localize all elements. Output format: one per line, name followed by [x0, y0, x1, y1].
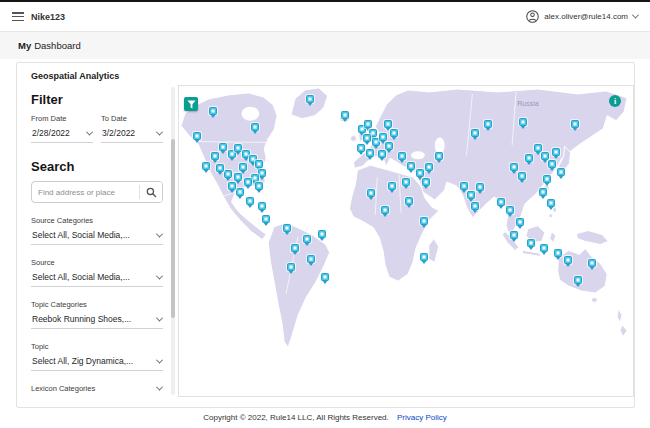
map-pin[interactable]: [420, 217, 428, 225]
map-pin[interactable]: [364, 120, 372, 128]
map-pin[interactable]: [384, 120, 392, 128]
from-date-select[interactable]: 2/28/2022: [31, 126, 93, 143]
map-pin[interactable]: [425, 163, 433, 171]
map-pin[interactable]: [516, 218, 524, 226]
map-pin[interactable]: [518, 172, 526, 180]
dropdown-select[interactable]: Reebok Running Shoes,...: [31, 312, 163, 329]
map-pin[interactable]: [588, 259, 596, 267]
map-pin[interactable]: [527, 239, 535, 247]
map-pin[interactable]: [506, 206, 514, 214]
map-pin[interactable]: [236, 188, 244, 196]
map-pin[interactable]: [258, 202, 266, 210]
map-pin[interactable]: [519, 118, 527, 126]
map-pin[interactable]: [398, 152, 406, 160]
map-pin[interactable]: [321, 273, 329, 281]
map-pin[interactable]: [467, 191, 475, 199]
map-pin[interactable]: [554, 249, 562, 257]
map-pin[interactable]: [541, 152, 549, 160]
map-pin[interactable]: [219, 143, 227, 151]
map-pin[interactable]: [564, 256, 572, 264]
map-pin[interactable]: [379, 133, 387, 141]
map-pin[interactable]: [209, 107, 217, 115]
map-pin[interactable]: [239, 163, 247, 171]
map-pin[interactable]: [543, 175, 551, 183]
map-pin[interactable]: [318, 230, 326, 238]
map-filter-button[interactable]: [184, 97, 198, 111]
map-pin[interactable]: [234, 173, 242, 181]
map-pin[interactable]: [255, 182, 263, 190]
map-pin[interactable]: [435, 152, 443, 160]
card-title: Geospatial Analytics: [17, 63, 634, 81]
hamburger-menu-icon[interactable]: [12, 12, 24, 21]
brand-name[interactable]: Nike123: [31, 12, 65, 22]
map-pin[interactable]: [571, 120, 579, 128]
map-pin[interactable]: [246, 197, 254, 205]
map-pin[interactable]: [363, 134, 371, 142]
map-pin[interactable]: [484, 120, 492, 128]
scrollbar-thumb[interactable]: [171, 139, 175, 318]
map-pin[interactable]: [193, 132, 201, 140]
map-pin[interactable]: [547, 199, 555, 207]
map-pin[interactable]: [539, 188, 547, 196]
map-pin[interactable]: [390, 129, 398, 137]
map-pin[interactable]: [548, 160, 556, 168]
map-pin[interactable]: [405, 197, 413, 205]
map-pin[interactable]: [510, 163, 518, 171]
user-menu[interactable]: alex.oliver@rule14.com: [526, 10, 638, 23]
map-pin[interactable]: [388, 182, 396, 190]
map-pin[interactable]: [202, 162, 210, 170]
map-pin[interactable]: [251, 123, 259, 131]
dropdown-label: Source Categories: [31, 216, 163, 225]
map-pin[interactable]: [540, 244, 548, 252]
map-pin[interactable]: [385, 142, 393, 150]
search-input[interactable]: [32, 188, 139, 197]
map-pin[interactable]: [366, 149, 374, 157]
map-pin[interactable]: [471, 202, 479, 210]
map-pin[interactable]: [420, 253, 428, 261]
map-pin[interactable]: [228, 182, 236, 190]
privacy-policy-link[interactable]: Privacy Policy: [397, 413, 447, 422]
map-pin[interactable]: [574, 276, 582, 284]
panel-scrollbar[interactable]: [171, 87, 175, 395]
map-pin[interactable]: [381, 206, 389, 214]
dropdown-select[interactable]: Lexicon Categories: [31, 384, 163, 393]
dropdown-select[interactable]: Select All, Zig Dynamica,...: [31, 354, 163, 371]
map-pin[interactable]: [303, 235, 311, 243]
map-pin[interactable]: [224, 170, 232, 178]
map-pin[interactable]: [416, 169, 424, 177]
search-button[interactable]: [140, 182, 162, 202]
map-pin[interactable]: [557, 168, 565, 176]
map-pin[interactable]: [216, 164, 224, 172]
map[interactable]: Russia: [178, 85, 634, 397]
map-pin[interactable]: [471, 129, 479, 137]
map-pin[interactable]: [378, 150, 386, 158]
map-pin[interactable]: [407, 162, 415, 170]
map-pin[interactable]: [307, 255, 315, 263]
map-pin[interactable]: [476, 183, 484, 191]
map-pin[interactable]: [258, 169, 266, 177]
map-pin[interactable]: [291, 244, 299, 252]
dropdown-select[interactable]: Select All, Social Media,...: [31, 228, 163, 245]
map-pin[interactable]: [287, 263, 295, 271]
map-pin[interactable]: [460, 182, 468, 190]
to-date-select[interactable]: 3/2/2022: [101, 126, 163, 143]
chevron-down-icon: [156, 356, 163, 363]
map-pin[interactable]: [525, 154, 533, 162]
map-pin[interactable]: [357, 144, 365, 152]
map-pin[interactable]: [402, 178, 410, 186]
map-pin[interactable]: [510, 231, 518, 239]
map-pin[interactable]: [283, 224, 291, 232]
map-pin[interactable]: [534, 144, 542, 152]
map-pin[interactable]: [255, 160, 263, 168]
map-pin[interactable]: [552, 148, 560, 156]
map-pin[interactable]: [262, 215, 270, 223]
map-pin[interactable]: [306, 95, 314, 103]
map-pin[interactable]: [422, 178, 430, 186]
map-pin[interactable]: [367, 189, 375, 197]
dropdown-select[interactable]: Select All, Social Media,...: [31, 270, 163, 287]
map-pin[interactable]: [244, 178, 252, 186]
map-info-button[interactable]: [609, 95, 621, 107]
map-pin[interactable]: [341, 111, 349, 119]
map-pin[interactable]: [497, 198, 505, 206]
map-pin[interactable]: [211, 152, 219, 160]
